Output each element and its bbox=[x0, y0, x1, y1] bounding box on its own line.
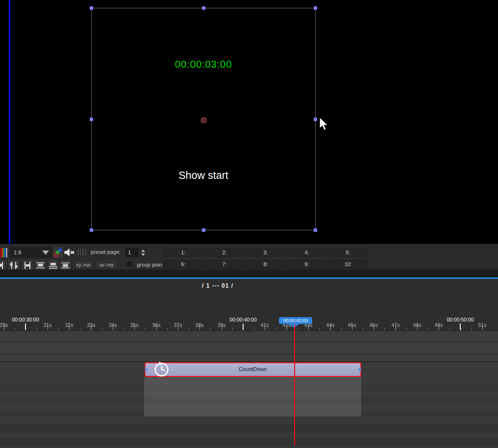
selection-handle-bottom-right[interactable] bbox=[314, 228, 317, 232]
preview-canvas[interactable]: 00:00:03:00 Show start bbox=[0, 0, 498, 244]
group-point-checkbox[interactable] bbox=[126, 260, 133, 268]
ruler-second-label: 32s bbox=[65, 322, 74, 328]
scale-dropdown[interactable]: 1:8 bbox=[10, 247, 52, 258]
anchor-point-icon bbox=[200, 117, 207, 124]
preset-page-spinner[interactable]: 1 bbox=[124, 247, 148, 258]
toolbar-lower-strip bbox=[0, 270, 498, 277]
preset-button-1[interactable]: 1: bbox=[163, 249, 203, 257]
ruler-second-label: 44s bbox=[326, 322, 335, 328]
countdown-clock-icon bbox=[153, 361, 170, 378]
mute-button[interactable] bbox=[64, 247, 75, 258]
ruler-minor-tick bbox=[254, 328, 254, 330]
ruler-second-label: 47s bbox=[392, 322, 400, 328]
preset-button-10[interactable]: 10: bbox=[328, 260, 368, 269]
ruler-minor-tick bbox=[319, 328, 320, 330]
ruler-minor-tick bbox=[58, 328, 59, 330]
selection-handle-top-right[interactable] bbox=[314, 6, 317, 10]
ruler-second-label: 29s bbox=[0, 322, 8, 328]
ruler-minor-tick bbox=[384, 328, 385, 330]
ruler-minor-tick bbox=[276, 328, 276, 330]
preset-button-6[interactable]: 6: bbox=[163, 260, 203, 269]
playhead-time: 00:00:42:03 bbox=[283, 318, 308, 323]
preset-page-label: preset page: bbox=[91, 249, 121, 255]
ruler-second-label: 34s bbox=[109, 322, 117, 328]
ruler-minor-tick bbox=[37, 328, 37, 330]
preset-row-1: 1:2:3:4:5: bbox=[163, 249, 368, 257]
ruler-second-label: 45s bbox=[348, 322, 356, 328]
ruler-second-label: 37s bbox=[174, 322, 182, 328]
align-bottom-icon bbox=[61, 261, 70, 270]
timeline-tracks[interactable]: CountDown bbox=[0, 331, 498, 448]
uv-to-xy-button[interactable]: uv->xy bbox=[95, 260, 118, 270]
selection-handle-bottom-center[interactable] bbox=[202, 228, 205, 232]
preset-button-9[interactable]: 9: bbox=[287, 260, 327, 269]
selection-handle-mid-right[interactable] bbox=[314, 118, 317, 121]
scale-value: 1:8 bbox=[10, 249, 21, 255]
ruler-second-label: 38s bbox=[196, 322, 204, 328]
preset-button-4[interactable]: 4: bbox=[287, 249, 327, 257]
timeline-ruler[interactable]: 29s31s32s33s34s35s36s37s38s39s41s42s43s4… bbox=[0, 316, 498, 331]
align-middle-icon bbox=[49, 261, 58, 270]
ruler-major-tick bbox=[460, 324, 461, 330]
track-separator bbox=[0, 341, 498, 342]
trim-handle-left[interactable] bbox=[145, 367, 148, 372]
ruler-minor-tick bbox=[428, 328, 428, 330]
preset-page-value: 1 bbox=[124, 247, 139, 258]
selection-handle-bottom-left[interactable] bbox=[90, 228, 93, 232]
transparency-checker-button[interactable] bbox=[76, 248, 86, 257]
ruler-minor-tick bbox=[406, 328, 407, 330]
caret-down-icon bbox=[42, 250, 49, 255]
ruler-second-label: 39s bbox=[218, 322, 226, 328]
ruler-minor-tick bbox=[232, 328, 233, 330]
application-window: 00:00:03:00 Show start 1:8 bbox=[0, 0, 498, 448]
preset-button-7[interactable]: 7: bbox=[204, 260, 245, 269]
playhead-line[interactable] bbox=[294, 324, 295, 445]
ruler-major-label: 00:00:40:00 bbox=[229, 317, 256, 323]
preset-button-8[interactable]: 8: bbox=[246, 260, 286, 269]
spinner-down-icon[interactable] bbox=[141, 253, 145, 256]
selection-handle-top-left[interactable] bbox=[90, 6, 93, 10]
channel-slider-icon bbox=[9, 261, 18, 270]
preset-button-2[interactable]: 2: bbox=[204, 249, 245, 257]
ruler-minor-tick bbox=[145, 328, 146, 330]
ruler-second-label: 51s bbox=[478, 322, 487, 328]
ruler-minor-tick bbox=[210, 328, 211, 330]
color-nodes-icon bbox=[54, 248, 63, 257]
channel-slider-icon bbox=[0, 261, 5, 270]
preset-button-5[interactable]: 5: bbox=[328, 249, 368, 257]
timeline-section-label: / 1 --- 01 / bbox=[202, 282, 233, 289]
countdown-clip[interactable]: CountDown bbox=[145, 362, 361, 377]
ruler-minor-tick bbox=[15, 328, 15, 330]
channel-slider-icon bbox=[23, 261, 32, 270]
xy-to-uv-button[interactable]: xy->uv bbox=[73, 260, 94, 270]
ruler-major-label: 00:00:50:00 bbox=[447, 317, 473, 323]
preset-button-3[interactable]: 3: bbox=[246, 249, 286, 257]
group-point-label: group poin bbox=[137, 262, 162, 268]
vertical-guide-line bbox=[9, 0, 10, 244]
color-nodes-button[interactable] bbox=[53, 247, 64, 259]
track-separator bbox=[0, 353, 498, 354]
spinner-up-icon[interactable] bbox=[141, 249, 145, 252]
ruler-minor-tick bbox=[189, 328, 189, 330]
ruler-second-label: 33s bbox=[87, 322, 96, 328]
selection-handle-top-center[interactable] bbox=[202, 6, 205, 10]
ruler-major-tick bbox=[243, 324, 244, 330]
ruler-second-label: 49s bbox=[435, 322, 443, 328]
ruler-second-label: 31s bbox=[44, 322, 52, 328]
playhead-flag[interactable]: 00:00:42:03 bbox=[279, 317, 312, 324]
ruler-second-label: 46s bbox=[370, 322, 378, 328]
selection-handle-mid-left[interactable] bbox=[90, 118, 93, 121]
ruler-major-label: 00:00:30:00 bbox=[12, 317, 39, 323]
align-top-icon bbox=[36, 261, 45, 270]
trim-handle-right[interactable] bbox=[358, 367, 361, 372]
ruler-second-label: 41s bbox=[261, 322, 269, 328]
clip-group-block[interactable] bbox=[144, 377, 361, 417]
color-bars-icon[interactable] bbox=[0, 248, 7, 257]
ruler-second-label: 35s bbox=[130, 322, 139, 328]
ruler-major-tick bbox=[25, 324, 26, 330]
clip-name: CountDown bbox=[146, 366, 360, 372]
ruler-minor-tick bbox=[124, 328, 124, 330]
track-stripes bbox=[0, 417, 498, 448]
ruler-minor-tick bbox=[449, 328, 450, 330]
preset-row-2: 6:7:8:9:10: bbox=[163, 260, 368, 269]
